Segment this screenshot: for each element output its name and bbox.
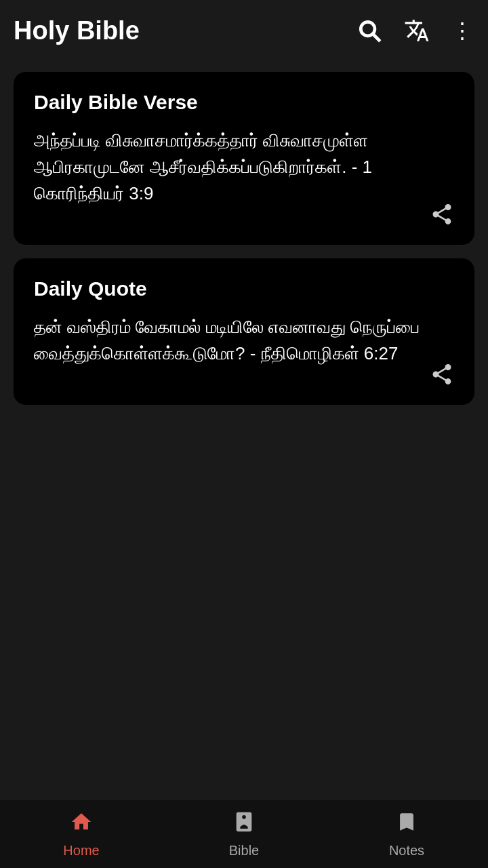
app-bar-actions: ⋮ (354, 15, 474, 46)
nav-home[interactable]: Home (0, 810, 163, 859)
daily-quote-card: Daily Quote தன் வஸ்திரம் வேகாமல் மடியிலே… (14, 258, 474, 405)
share-bible-verse-button[interactable] (426, 198, 458, 233)
translate-icon (404, 18, 430, 43)
nav-bible[interactable]: Bible (163, 810, 325, 859)
search-button[interactable] (354, 15, 385, 46)
share-icon (430, 362, 454, 387)
translate-button[interactable] (401, 15, 432, 46)
daily-bible-verse-card: Daily Bible Verse அந்தப்படி விசுவாசமார்க… (14, 72, 474, 245)
notes-svg (395, 810, 418, 833)
daily-bible-verse-text: அந்தப்படி விசுவாசமார்க்கத்தார் விசுவாசமு… (34, 127, 454, 207)
search-icon (357, 18, 382, 43)
nav-bible-label: Bible (229, 843, 259, 859)
svg-point-0 (361, 22, 375, 36)
svg-line-1 (373, 35, 380, 41)
daily-quote-title: Daily Quote (34, 277, 454, 300)
bible-icon (232, 810, 256, 839)
home-icon (70, 810, 93, 839)
app-bar: Holy Bible ⋮ (0, 0, 488, 61)
daily-bible-verse-title: Daily Bible Verse (34, 91, 454, 114)
home-svg (70, 810, 93, 833)
share-icon (430, 202, 454, 226)
notes-icon (395, 810, 418, 839)
daily-quote-text: தன் வஸ்திரம் வேகாமல் மடியிலே எவனாவது நெர… (34, 314, 454, 367)
nav-home-label: Home (63, 843, 99, 859)
nav-notes-label: Notes (389, 843, 424, 859)
book-svg (232, 810, 256, 833)
app-title: Holy Bible (14, 16, 354, 45)
more-icon: ⋮ (451, 18, 472, 43)
bottom-nav: Home Bible Notes (0, 800, 488, 868)
nav-notes[interactable]: Notes (325, 810, 488, 859)
main-content: Daily Bible Verse அந்தப்படி விசுவாசமார்க… (0, 61, 488, 800)
more-options-button[interactable]: ⋮ (449, 15, 474, 46)
share-quote-button[interactable] (426, 358, 458, 393)
